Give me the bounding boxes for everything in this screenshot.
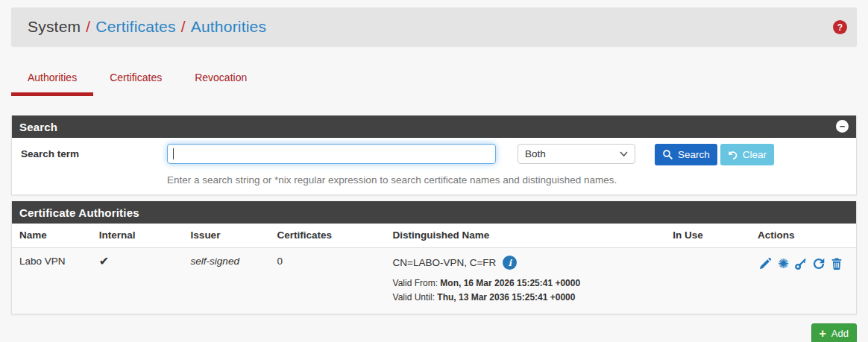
renew-icon[interactable] bbox=[811, 256, 827, 271]
search-input[interactable] bbox=[167, 144, 496, 164]
tab-revocation[interactable]: Revocation bbox=[178, 66, 263, 96]
breadcrumb: System/Certificates/Authorities bbox=[28, 18, 266, 36]
search-panel-header: Search − bbox=[12, 115, 856, 138]
add-button[interactable]: + Add bbox=[811, 323, 857, 342]
search-help-text: Enter a search string or *nix regular ex… bbox=[167, 174, 856, 186]
chevron-down-icon bbox=[620, 151, 628, 156]
search-panel-title: Search bbox=[19, 121, 57, 133]
table-header-row: Name Internal Issuer Certificates Distin… bbox=[12, 224, 856, 248]
certificate-authorities-panel: Certificate Authorities Name Internal Is… bbox=[11, 201, 857, 314]
ca-table: Name Internal Issuer Certificates Distin… bbox=[12, 224, 856, 314]
breadcrumb-separator: / bbox=[86, 18, 90, 35]
undo-icon bbox=[728, 150, 738, 160]
column-header-issuer: Issuer bbox=[183, 224, 270, 248]
search-term-label: Search term bbox=[12, 144, 167, 159]
check-icon: ✔ bbox=[99, 255, 109, 267]
tab-certificates[interactable]: Certificates bbox=[93, 66, 178, 96]
valid-until-value: Thu, 13 Mar 2036 15:25:41 +0000 bbox=[437, 292, 575, 303]
valid-until-line: Valid Until: Thu, 13 Mar 2036 15:25:41 +… bbox=[393, 291, 666, 305]
ca-actions-cell: ✺ bbox=[750, 248, 856, 314]
search-panel-body: Search term Both Search Clear bbox=[12, 138, 856, 194]
search-input-wrap bbox=[167, 144, 496, 164]
column-header-actions: Actions bbox=[750, 224, 856, 248]
breadcrumb-link-authorities[interactable]: Authorities bbox=[191, 18, 266, 35]
column-header-in-use: In Use bbox=[665, 224, 750, 248]
column-header-name: Name bbox=[12, 224, 92, 248]
clear-button[interactable]: Clear bbox=[720, 144, 774, 165]
help-icon[interactable]: ? bbox=[833, 20, 847, 34]
table-row: Labo VPN ✔ self-signed 0 CN=LABO-VPN, C=… bbox=[12, 248, 856, 314]
ca-name-cell: Labo VPN bbox=[12, 248, 92, 314]
pencil-edit-icon[interactable] bbox=[758, 256, 773, 271]
column-header-distinguished-name: Distinguished Name bbox=[386, 224, 666, 248]
ca-distinguished-name-cell: CN=LABO-VPN, C=FR i Valid From: Mon, 16 … bbox=[386, 248, 666, 314]
info-icon[interactable]: i bbox=[503, 256, 517, 270]
search-type-selected-value: Both bbox=[525, 148, 546, 159]
ca-panel-header: Certificate Authorities bbox=[12, 201, 856, 224]
certificate-export-icon[interactable]: ✺ bbox=[776, 256, 791, 271]
breadcrumb-separator: / bbox=[181, 18, 186, 35]
column-header-certificates: Certificates bbox=[269, 224, 385, 248]
breadcrumb-bar: System/Certificates/Authorities ? bbox=[11, 7, 857, 46]
valid-from-value: Mon, 16 Mar 2026 15:25:41 +0000 bbox=[440, 278, 580, 288]
text-caret bbox=[173, 148, 174, 159]
ca-panel-title: Certificate Authorities bbox=[19, 206, 139, 219]
search-panel: Search − Search term Both Search bbox=[11, 115, 857, 195]
ca-certificates-count-cell: 0 bbox=[269, 248, 385, 314]
clear-button-label: Clear bbox=[743, 149, 767, 160]
column-header-internal: Internal bbox=[92, 224, 183, 248]
ca-internal-cell: ✔ bbox=[92, 248, 183, 314]
search-button[interactable]: Search bbox=[655, 144, 717, 165]
validity-dates: Valid From: Mon, 16 Mar 2026 15:25:41 +0… bbox=[393, 276, 666, 305]
search-icon bbox=[662, 149, 673, 160]
search-type-select[interactable]: Both bbox=[518, 144, 635, 164]
ca-in-use-cell bbox=[665, 248, 750, 314]
add-button-label: Add bbox=[831, 328, 849, 339]
tab-authorities[interactable]: Authorities bbox=[11, 66, 93, 96]
trash-delete-icon[interactable] bbox=[829, 256, 845, 271]
tab-bar: Authorities Certificates Revocation bbox=[11, 66, 857, 96]
valid-from-line: Valid From: Mon, 16 Mar 2026 15:25:41 +0… bbox=[393, 276, 666, 291]
plus-icon: + bbox=[820, 328, 826, 340]
key-export-icon[interactable] bbox=[793, 256, 809, 271]
search-button-label: Search bbox=[678, 149, 710, 160]
collapse-minus-icon[interactable]: − bbox=[836, 120, 849, 133]
ca-issuer-cell: self-signed bbox=[183, 248, 270, 314]
breadcrumb-item-system: System bbox=[28, 18, 81, 35]
ca-dn-text: CN=LABO-VPN, C=FR bbox=[393, 257, 497, 268]
breadcrumb-link-certificates[interactable]: Certificates bbox=[95, 18, 175, 35]
